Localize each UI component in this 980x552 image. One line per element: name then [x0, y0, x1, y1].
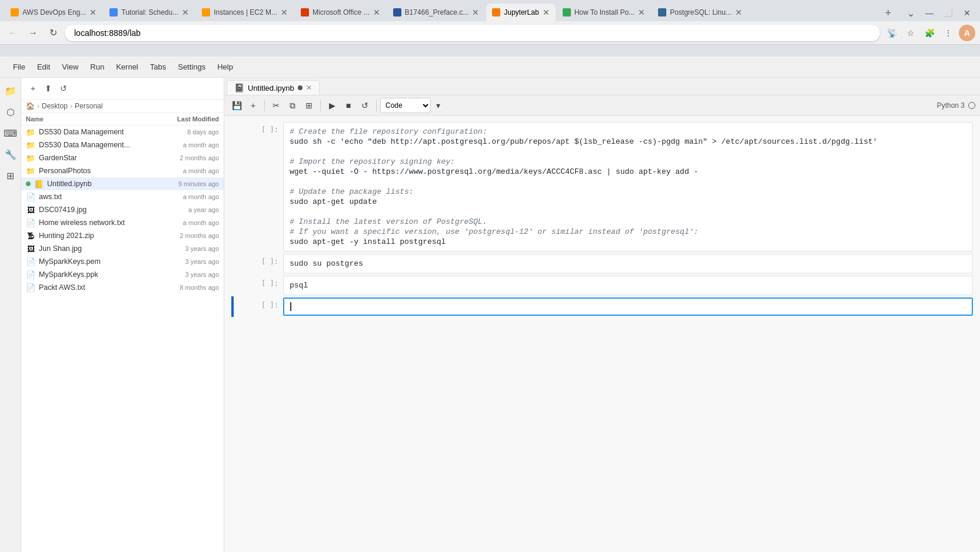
- file-browser-icon[interactable]: 📁: [2, 82, 19, 99]
- cell-wrapper[interactable]: [ ]:# Create the file repository configu…: [224, 121, 980, 253]
- cell-wrapper[interactable]: [ ]:psql: [224, 275, 980, 296]
- tab-close[interactable]: ✕: [735, 8, 742, 17]
- refresh-button[interactable]: ↺: [57, 81, 71, 95]
- upload-button[interactable]: ⬆: [41, 81, 55, 95]
- tab-close[interactable]: ✕: [182, 8, 189, 17]
- menu-item-settings[interactable]: Settings: [172, 60, 211, 74]
- file-list: 📁 DS530 Data Management 8 days ago 📁 DS5…: [21, 125, 224, 552]
- cell-content[interactable]: # Create the file repository configurati…: [283, 122, 973, 252]
- browser-tab-t1[interactable]: AWS DevOps Eng... ✕: [5, 4, 102, 21]
- file-item[interactable]: 📄 MySparkKeys.pem 3 years ago: [21, 255, 224, 268]
- jupyter-app: FileEditViewRunKernelTabsSettingsHelp 📁 …: [0, 57, 980, 552]
- tab-label: How To Install Po...: [574, 8, 635, 16]
- new-tab-button[interactable]: +: [880, 5, 896, 21]
- file-date: 2 months ago: [180, 154, 219, 161]
- jupyter-menubar: FileEditViewRunKernelTabsSettingsHelp: [0, 57, 980, 78]
- browser-menu-icon[interactable]: ⋮: [940, 25, 956, 41]
- file-list-header[interactable]: Name Last Modified: [21, 113, 224, 125]
- menu-item-tabs[interactable]: Tabs: [144, 60, 172, 74]
- notebook-tab-close[interactable]: ✕: [306, 84, 312, 92]
- tab-close[interactable]: ✕: [373, 8, 380, 17]
- breadcrumb-personal[interactable]: Personal: [75, 102, 102, 110]
- file-item[interactable]: 📄 aws.txt a month ago: [21, 190, 224, 203]
- new-folder-button[interactable]: +: [26, 81, 40, 95]
- code-line: psql: [290, 281, 966, 290]
- stop-kernel-button[interactable]: ■: [341, 98, 356, 113]
- cells-container: [ ]:# Create the file repository configu…: [224, 116, 980, 552]
- app-container: FileEditViewRunKernelTabsSettingsHelp 📁 …: [0, 57, 980, 552]
- cell-content[interactable]: sudo su postgres: [283, 254, 973, 273]
- tab-close[interactable]: ✕: [543, 8, 550, 17]
- file-item[interactable]: 🖼 DSC07419.jpg a year ago: [21, 203, 224, 216]
- notebook-tab[interactable]: 📓 Untitled.ipynb ✕: [227, 80, 320, 95]
- browser-tab-t2[interactable]: Tutorial: Schedu... ✕: [104, 4, 195, 21]
- file-item[interactable]: 📄 Packt AWS.txt 8 months ago: [21, 281, 224, 294]
- file-item[interactable]: 📁 DS530 Data Management... a month ago: [21, 138, 224, 151]
- breadcrumb-home[interactable]: 🏠: [26, 102, 35, 110]
- extensions-icon[interactable]: 🧩: [921, 25, 938, 41]
- file-item[interactable]: 📄 MySparkKeys.ppk 3 years ago: [21, 268, 224, 281]
- cell-content[interactable]: psql: [283, 276, 973, 295]
- breadcrumb-desktop[interactable]: Desktop: [42, 102, 68, 110]
- file-date: a month ago: [183, 141, 219, 148]
- date-column-header: Last Modified: [177, 115, 219, 123]
- bookmark-icon[interactable]: ☆: [902, 25, 919, 41]
- tab-label: B17466_Preface.c...: [405, 8, 469, 16]
- file-item[interactable]: 📄 Home wireless network.txt a month ago: [21, 216, 224, 229]
- cell-wrapper[interactable]: [ ]:sudo su postgres: [224, 253, 980, 275]
- code-line: sudo apt-get -y install postgresql: [290, 237, 966, 246]
- restart-kernel-button[interactable]: ↺: [357, 98, 373, 113]
- back-button[interactable]: ←: [5, 25, 21, 41]
- menu-item-help[interactable]: Help: [211, 60, 239, 74]
- file-name: aws.txt: [39, 193, 180, 201]
- add-cell-button[interactable]: +: [245, 98, 261, 113]
- cell-wrapper[interactable]: [ ]:: [224, 296, 980, 317]
- file-date: 3 years ago: [185, 258, 219, 265]
- file-item[interactable]: 📒 Untitled.ipynb 9 minutes ago: [21, 177, 224, 190]
- cut-cell-button[interactable]: ✂: [268, 98, 284, 113]
- browser-tab-t8[interactable]: PostgreSQL: Linu... ✕: [652, 4, 748, 21]
- file-item[interactable]: 🖼 Jun Shan.jpg 3 years ago: [21, 242, 224, 255]
- running-terminals-icon[interactable]: ⬡: [2, 104, 19, 120]
- file-item[interactable]: 📁 PersonalPhotos a month ago: [21, 164, 224, 177]
- file-date: a month ago: [183, 193, 219, 200]
- tab-close[interactable]: ✕: [89, 8, 97, 17]
- address-input[interactable]: [65, 25, 880, 41]
- file-browser: + ⬆ ↺ 🏠 › Desktop › Personal Name Last M…: [21, 78, 224, 552]
- tab-close[interactable]: ✕: [472, 8, 479, 17]
- browser-tab-t6[interactable]: JupyterLab ✕: [486, 4, 555, 21]
- tab-overflow[interactable]: ⌄ — ⬜ ✕: [902, 5, 975, 21]
- property-inspector-icon[interactable]: 🔧: [2, 146, 19, 163]
- save-button[interactable]: 💾: [229, 98, 244, 113]
- cell-type-select[interactable]: Code Markdown Raw: [380, 98, 431, 113]
- reload-button[interactable]: ↻: [45, 25, 61, 41]
- menu-item-edit[interactable]: Edit: [31, 60, 56, 74]
- cell-content[interactable]: [283, 298, 973, 316]
- run-cell-button[interactable]: ▶: [324, 98, 340, 113]
- file-item[interactable]: 📁 DS530 Data Management 8 days ago: [21, 125, 224, 138]
- tab-close[interactable]: ✕: [281, 8, 288, 17]
- menu-item-run[interactable]: Run: [84, 60, 110, 74]
- tabs-icon[interactable]: ⊞: [2, 167, 19, 184]
- screen-cast-icon[interactable]: 📡: [883, 25, 900, 41]
- browser-tab-t4[interactable]: Microsoft Office ... ✕: [295, 4, 386, 21]
- menu-item-view[interactable]: View: [56, 60, 84, 74]
- forward-button[interactable]: →: [25, 25, 41, 41]
- file-date: 8 months ago: [180, 284, 219, 291]
- menu-item-file[interactable]: File: [7, 60, 31, 74]
- browser-tab-t3[interactable]: Instances | EC2 M... ✕: [196, 4, 294, 21]
- profile-avatar[interactable]: A: [959, 25, 975, 41]
- cursor-line[interactable]: [290, 302, 966, 311]
- file-item[interactable]: 📁 GardenStar 2 months ago: [21, 151, 224, 164]
- menu-item-kernel[interactable]: Kernel: [110, 60, 144, 74]
- copy-cell-button[interactable]: ⧉: [285, 98, 300, 113]
- tab-close[interactable]: ✕: [638, 8, 645, 17]
- browser-tab-t5[interactable]: B17466_Preface.c... ✕: [387, 4, 486, 21]
- commands-icon[interactable]: ⌨: [2, 125, 19, 141]
- browser-tab-t7[interactable]: How To Install Po... ✕: [557, 4, 652, 21]
- cell-type-dropdown[interactable]: ▾: [432, 98, 444, 113]
- file-item[interactable]: 🗜 Hunting 2021.zip 2 months ago: [21, 229, 224, 242]
- paste-cell-button[interactable]: ⊞: [301, 98, 317, 113]
- tab-favicon: [563, 8, 571, 16]
- tab-favicon: [492, 8, 500, 16]
